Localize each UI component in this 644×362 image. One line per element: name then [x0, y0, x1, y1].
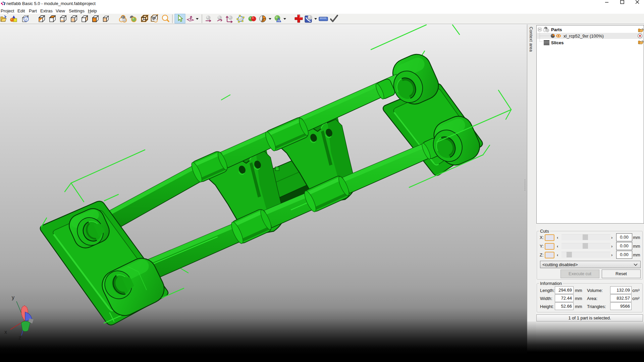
svg-text:y: y	[12, 295, 14, 300]
svg-text:Slices: Slices	[551, 40, 564, 45]
svg-text:i: i	[25, 17, 26, 21]
svg-text:z: z	[18, 335, 21, 341]
svg-text:x: x	[4, 329, 7, 335]
svg-text:Parts: Parts	[551, 27, 562, 32]
svg-text:xl_rcp52_9xr (100%): xl_rcp52_9xr (100%)	[564, 34, 604, 39]
